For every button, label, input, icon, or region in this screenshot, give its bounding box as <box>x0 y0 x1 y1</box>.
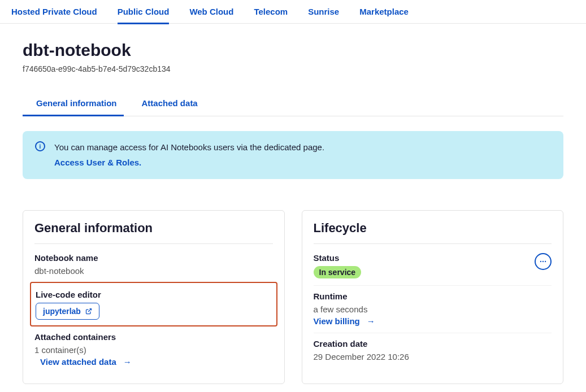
info-banner: i You can manage access for AI Notebooks… <box>23 131 563 179</box>
runtime-label: Runtime <box>314 291 552 301</box>
top-nav-marketplace[interactable]: Marketplace <box>359 7 409 16</box>
attached-containers-label: Attached containers <box>34 332 273 342</box>
tab-general-information[interactable]: General information <box>36 98 117 116</box>
svg-point-3 <box>545 261 546 262</box>
top-nav-web-cloud[interactable]: Web Cloud <box>189 7 233 16</box>
live-code-editor-label: Live-code editor <box>36 290 272 299</box>
creation-date-value: 29 December 2022 10:26 <box>314 352 552 361</box>
view-billing-link[interactable]: View billing → <box>314 316 375 326</box>
status-section: Status In service <box>314 253 552 286</box>
tabs: General information Attached data <box>23 98 563 116</box>
tab-attached-data[interactable]: Attached data <box>142 98 198 116</box>
more-horizontal-icon <box>539 258 547 265</box>
lifecycle-card-title: Lifecycle <box>314 221 552 244</box>
runtime-value: a few seconds <box>314 304 552 314</box>
top-nav-public-cloud[interactable]: Public Cloud <box>118 7 170 16</box>
creation-date-section: Creation date 29 December 2022 10:26 <box>314 339 552 368</box>
arrow-right-icon: → <box>367 316 375 326</box>
jupyterlab-button[interactable]: jupyterlab <box>36 303 99 320</box>
top-nav: Hosted Private Cloud Public Cloud Web Cl… <box>0 0 586 24</box>
status-label: Status <box>314 253 362 263</box>
general-info-card: General information Notebook name dbt-no… <box>23 210 285 384</box>
view-billing-label: View billing <box>314 316 360 326</box>
attached-containers-section: Attached containers 1 container(s) View … <box>34 332 273 373</box>
lifecycle-card: Lifecycle Status In service Runtime <box>302 210 564 384</box>
creation-date-label: Creation date <box>314 339 552 349</box>
live-code-editor-highlight: Live-code editor jupyterlab <box>30 282 277 326</box>
banner-message: You can manage access for AI Notebooks u… <box>54 142 324 152</box>
jupyterlab-button-label: jupyterlab <box>43 307 81 316</box>
view-attached-data-label: View attached data <box>40 357 116 367</box>
info-icon: i <box>35 141 45 151</box>
view-attached-data-link[interactable]: View attached data → <box>40 357 132 367</box>
svg-line-0 <box>88 309 92 312</box>
status-badge: In service <box>314 266 362 278</box>
general-info-card-title: General information <box>34 221 273 244</box>
notebook-name-section: Notebook name dbt-notebook <box>34 253 273 283</box>
top-nav-telecom[interactable]: Telecom <box>254 7 288 16</box>
banner-text: You can manage access for AI Notebooks u… <box>54 141 324 169</box>
external-link-icon <box>85 308 92 315</box>
attached-containers-value: 1 container(s) <box>34 345 273 355</box>
top-nav-hosted-private-cloud[interactable]: Hosted Private Cloud <box>11 7 97 16</box>
more-actions-button[interactable] <box>535 253 552 270</box>
svg-point-1 <box>540 261 541 262</box>
page-id: f746650a-e99c-4ab5-b7e4-5d79c32cb134 <box>23 64 563 73</box>
runtime-section: Runtime a few seconds View billing → <box>314 291 552 333</box>
svg-point-2 <box>542 261 544 262</box>
arrow-right-icon: → <box>123 357 132 367</box>
notebook-name-label: Notebook name <box>34 253 273 263</box>
top-nav-sunrise[interactable]: Sunrise <box>308 7 339 16</box>
page-title: dbt-notebook <box>23 41 563 60</box>
notebook-name-value: dbt-notebook <box>34 266 273 276</box>
access-user-roles-link[interactable]: Access User & Roles. <box>54 156 324 169</box>
